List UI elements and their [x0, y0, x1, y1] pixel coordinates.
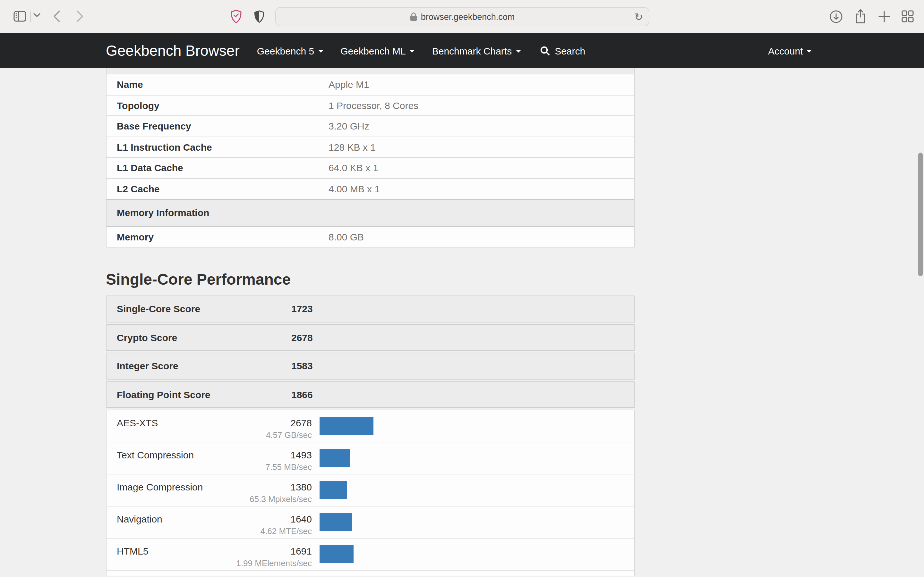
tab-overview-icon[interactable]	[901, 10, 914, 23]
caret-down-icon	[410, 50, 415, 53]
sidebar-toggle-icon[interactable]	[13, 11, 26, 22]
lock-icon	[410, 12, 417, 21]
benchmark-score: 1493	[235, 450, 312, 460]
table-row: Topology 1 Processor, 8 Cores	[107, 95, 634, 115]
benchmark-units: 1.99 MElements/sec	[235, 558, 312, 568]
benchmark-score: 1640	[235, 514, 312, 524]
menu-geekbench-5[interactable]: Geekbench 5	[257, 45, 323, 56]
score-row: Floating Point Score 1866	[106, 381, 635, 408]
page-content: Name Apple M1 Topology 1 Processor, 8 Co…	[106, 68, 635, 576]
menu-benchmark-charts[interactable]: Benchmark Charts	[432, 45, 521, 56]
caret-down-icon	[318, 50, 323, 53]
clipped-section-header-row	[107, 68, 634, 74]
clipped-benchmark-row	[107, 570, 634, 576]
score-bar	[320, 481, 347, 499]
scrollbar-thumb[interactable]	[918, 153, 923, 276]
privacy-shield-icon[interactable]	[230, 10, 242, 24]
content-blocker-shield-icon[interactable]	[254, 10, 264, 23]
back-button[interactable]	[53, 10, 60, 23]
benchmark-score: 1380	[235, 482, 312, 492]
new-tab-icon[interactable]	[879, 11, 890, 23]
menu-geekbench-ml[interactable]: Geekbench ML	[341, 45, 415, 56]
score-row: Single-Core Score 1723	[106, 295, 635, 322]
section-heading: Single-Core Performance	[106, 271, 635, 288]
url-bar[interactable]: browser.geekbench.com ↻	[275, 7, 649, 26]
search-icon	[540, 46, 549, 55]
url-text: browser.geekbench.com	[421, 12, 515, 21]
sidebar-chevron-down-icon[interactable]	[33, 13, 40, 17]
forward-button[interactable]	[76, 10, 83, 23]
benchmark-units: 7.55 MB/sec	[235, 462, 312, 472]
benchmark-row: Image Compression 1380 65.3 Mpixels/sec	[107, 474, 634, 506]
table-row: Memory 8.00 GB	[107, 226, 634, 247]
caret-down-icon	[806, 50, 812, 53]
system-info-table: Name Apple M1 Topology 1 Processor, 8 Co…	[106, 68, 635, 247]
benchmark-table: AES-XTS 2678 4.57 GB/sec Text Compressio…	[106, 410, 635, 576]
safari-window: browser.geekbench.com ↻	[0, 0, 924, 577]
score-bar	[320, 417, 373, 435]
brand-logo[interactable]: Geekbench Browser	[106, 42, 240, 59]
toolbar-divider	[30, 11, 31, 23]
score-bar	[320, 513, 352, 531]
table-row: L1 Data Cache 64.0 KB x 1	[107, 157, 634, 178]
reload-icon[interactable]: ↻	[634, 11, 643, 23]
benchmark-score: 1691	[235, 546, 312, 556]
score-row: Integer Score 1583	[106, 353, 635, 379]
table-row: Base Frequency 3.20 GHz	[107, 115, 634, 136]
caret-down-icon	[515, 50, 521, 53]
benchmark-units: 4.62 MTE/sec	[235, 526, 312, 536]
table-row: Name Apple M1	[107, 74, 634, 95]
browser-toolbar: browser.geekbench.com ↻	[0, 0, 924, 33]
score-bar	[320, 449, 349, 467]
benchmark-row: Navigation 1640 4.62 MTE/sec	[107, 506, 634, 538]
site-navbar: Geekbench Browser Geekbench 5 Geekbench …	[0, 33, 924, 68]
score-bar	[320, 545, 354, 563]
score-row: Crypto Score 2678	[106, 324, 635, 351]
search-link[interactable]: Search	[540, 45, 585, 56]
benchmark-row: HTML5 1691 1.99 MElements/sec	[107, 538, 634, 570]
memory-section-header: Memory Information	[107, 199, 634, 226]
benchmark-units: 4.57 GB/sec	[235, 430, 312, 440]
table-row: L1 Instruction Cache 128 KB x 1	[107, 136, 634, 157]
benchmark-units: 65.3 Mpixels/sec	[235, 494, 312, 504]
benchmark-row: AES-XTS 2678 4.57 GB/sec	[107, 410, 634, 442]
benchmark-row: Text Compression 1493 7.55 MB/sec	[107, 442, 634, 474]
share-icon[interactable]	[854, 9, 867, 24]
downloads-icon[interactable]	[830, 10, 843, 23]
table-row: L2 Cache 4.00 MB x 1	[107, 178, 634, 199]
account-menu[interactable]: Account	[768, 45, 812, 56]
score-summary-table: Single-Core Score 1723 Crypto Score 2678…	[106, 295, 635, 408]
benchmark-score: 2678	[235, 417, 312, 428]
